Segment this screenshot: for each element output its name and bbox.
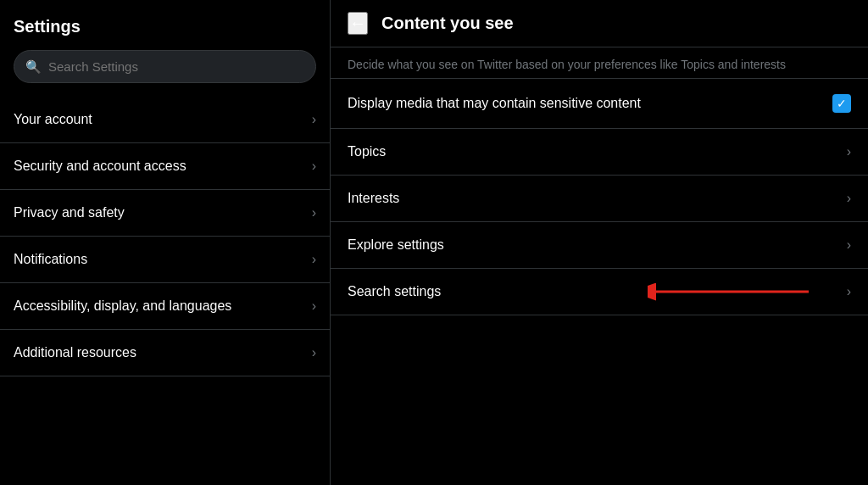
search-container[interactable]: 🔍 bbox=[14, 50, 316, 83]
chevron-right-icon: › bbox=[312, 252, 316, 267]
sidebar-item-privacy[interactable]: Privacy and safety › bbox=[0, 190, 330, 237]
sidebar-title: Settings bbox=[0, 10, 330, 50]
chevron-right-icon: › bbox=[847, 237, 851, 253]
row-right: › bbox=[847, 144, 851, 159]
content-row-interests[interactable]: Interests › bbox=[331, 176, 868, 222]
row-label: Explore settings bbox=[348, 237, 444, 253]
arrow-annotation bbox=[648, 282, 817, 302]
checkmark-icon: ✓ bbox=[837, 97, 847, 110]
content-row-sensitive-media[interactable]: Display media that may contain sensitive… bbox=[331, 79, 868, 129]
chevron-right-icon: › bbox=[847, 191, 851, 206]
chevron-right-icon: › bbox=[312, 159, 316, 174]
row-label: Search settings bbox=[348, 284, 441, 299]
red-arrow-icon bbox=[648, 282, 817, 302]
chevron-right-icon: › bbox=[847, 284, 851, 299]
content-row-topics[interactable]: Topics › bbox=[331, 129, 868, 176]
sidebar-item-additional[interactable]: Additional resources › bbox=[0, 330, 330, 376]
sidebar-item-label: Your account bbox=[14, 112, 92, 127]
checkbox-checked[interactable]: ✓ bbox=[832, 94, 851, 113]
back-button[interactable]: ← bbox=[348, 12, 368, 35]
chevron-right-icon: › bbox=[312, 345, 316, 360]
search-input[interactable] bbox=[14, 50, 316, 83]
content-title: Content you see bbox=[381, 14, 514, 33]
row-right: ✓ bbox=[832, 94, 851, 113]
chevron-right-icon: › bbox=[312, 112, 316, 127]
row-right: › bbox=[847, 191, 851, 206]
sidebar-item-your-account[interactable]: Your account › bbox=[0, 97, 330, 143]
row-label: Topics bbox=[348, 144, 386, 159]
chevron-right-icon: › bbox=[847, 144, 851, 159]
sidebar-item-label: Privacy and safety bbox=[14, 205, 125, 220]
row-label: Display media that may contain sensitive… bbox=[348, 96, 641, 111]
sidebar-item-accessibility[interactable]: Accessibility, display, and languages › bbox=[0, 283, 330, 330]
sidebar-item-label: Additional resources bbox=[14, 345, 136, 360]
back-arrow-icon: ← bbox=[349, 14, 366, 33]
sidebar-item-notifications[interactable]: Notifications › bbox=[0, 237, 330, 283]
content-panel: ← Content you see Decide what you see on… bbox=[331, 0, 868, 485]
content-subtitle: Decide what you see on Twitter based on … bbox=[331, 47, 868, 79]
content-header: ← Content you see bbox=[331, 0, 868, 47]
search-icon: 🔍 bbox=[25, 59, 42, 75]
content-row-search-settings[interactable]: Search settings › bbox=[331, 269, 868, 315]
chevron-right-icon: › bbox=[312, 298, 316, 314]
row-right: › bbox=[847, 237, 851, 253]
sidebar-item-security[interactable]: Security and account access › bbox=[0, 143, 330, 190]
sidebar-item-label: Notifications bbox=[14, 252, 87, 267]
sidebar-item-label: Accessibility, display, and languages bbox=[14, 298, 231, 314]
content-row-explore[interactable]: Explore settings › bbox=[331, 222, 868, 269]
chevron-right-icon: › bbox=[312, 205, 316, 220]
settings-sidebar: Settings 🔍 Your account › Security and a… bbox=[0, 0, 331, 485]
sidebar-item-label: Security and account access bbox=[14, 159, 186, 174]
row-right: › bbox=[847, 284, 851, 299]
row-label: Interests bbox=[348, 191, 399, 206]
